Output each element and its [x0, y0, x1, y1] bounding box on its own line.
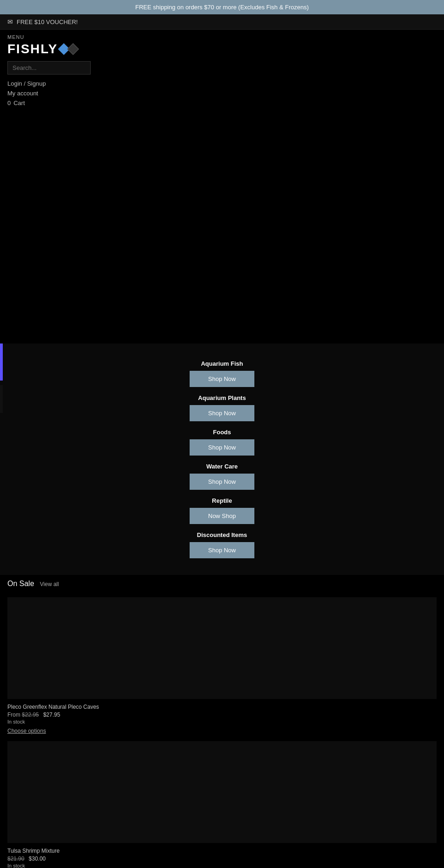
product-name-1: Pleco Greenflex Natural Pleco Caves — [7, 704, 437, 710]
voucher-bar: ✉ FREE $10 VOUCHER! — [0, 14, 444, 30]
cart-link[interactable]: Cart — [13, 99, 25, 107]
side-dark-bar — [0, 385, 3, 413]
mail-icon: ✉ — [7, 18, 13, 25]
product-stock-1: In stock — [7, 719, 437, 724]
product-pricing-1: From $22.95 $27.95 — [7, 712, 437, 718]
product-price-original-2: $21.90 — [7, 856, 25, 862]
search-input[interactable] — [7, 61, 91, 75]
category-foods-title: Foods — [7, 429, 437, 436]
top-banner-text: FREE shipping on orders $70 or more (Exc… — [136, 4, 309, 11]
product-card-2: Tulsa Shrimp Mixture $21.90 $30.00 In st… — [7, 741, 437, 868]
category-aquarium-fish-title: Aquarium Fish — [7, 360, 437, 367]
product-image-1 — [7, 597, 437, 699]
product-pricing-2: $21.90 $30.00 — [7, 856, 437, 862]
nav-links: Login / Signup My account 0 Cart — [7, 77, 437, 109]
side-accent-bar — [0, 343, 3, 381]
cart-count: 0 — [7, 100, 11, 106]
voucher-text: FREE $10 VOUCHER! — [17, 19, 78, 25]
category-reptile-title: Reptile — [7, 497, 437, 504]
product-image-2 — [7, 741, 437, 843]
product-stock-2: In stock — [7, 863, 437, 868]
logo-diamonds — [60, 45, 77, 53]
category-aquarium-plants-title: Aquarium Plants — [7, 394, 437, 401]
category-aquarium-plants: Aquarium Plants Shop Now — [7, 394, 437, 421]
category-reptile: Reptile Now Shop — [7, 497, 437, 524]
on-sale-section: On Sale View all — [0, 575, 444, 593]
category-water-care-title: Water Care — [7, 463, 437, 470]
product-price-sale-2: $30.00 — [29, 856, 46, 862]
hero-area — [0, 112, 444, 343]
product-card-1: Pleco Greenflex Natural Pleco Caves From… — [7, 597, 437, 737]
login-link[interactable]: Login / Signup — [7, 79, 437, 88]
nav-menu-area: Aquarium Fish Shop Now Aquarium Plants S… — [0, 343, 444, 575]
on-sale-title: On Sale — [7, 580, 34, 587]
menu-label[interactable]: Menu — [7, 34, 437, 40]
product-info-2: Tulsa Shrimp Mixture $21.90 $30.00 In st… — [7, 846, 437, 868]
diamond-dark-icon — [67, 43, 79, 55]
shop-now-aquarium-fish-button[interactable]: Shop Now — [190, 371, 254, 387]
shop-now-aquarium-plants-button[interactable]: Shop Now — [190, 405, 254, 421]
my-account-link[interactable]: My account — [7, 89, 437, 98]
category-aquarium-fish: Aquarium Fish Shop Now — [7, 360, 437, 387]
choose-options-button-1[interactable]: Choose options — [7, 728, 46, 734]
logo: FISHLY — [7, 42, 437, 56]
product-info-1: Pleco Greenflex Natural Pleco Caves From… — [7, 702, 437, 737]
category-discounted-items: Discounted Items Shop Now — [7, 531, 437, 558]
category-foods: Foods Shop Now — [7, 429, 437, 456]
cart-row: 0 Cart — [7, 99, 437, 107]
top-banner: FREE shipping on orders $70 or more (Exc… — [0, 0, 444, 14]
shop-now-foods-button[interactable]: Shop Now — [190, 439, 254, 456]
shop-now-water-care-button[interactable]: Shop Now — [190, 474, 254, 490]
products-area: Pleco Greenflex Natural Pleco Caves From… — [0, 597, 444, 868]
shop-now-discounted-items-button[interactable]: Shop Now — [190, 542, 254, 558]
product-price-original-1: $22.95 — [22, 712, 39, 718]
category-water-care: Water Care Shop Now — [7, 463, 437, 490]
product-price-prefix-1: From — [7, 712, 20, 718]
category-discounted-items-title: Discounted Items — [7, 531, 437, 538]
product-name-2: Tulsa Shrimp Mixture — [7, 848, 437, 854]
product-price-sale-1: $27.95 — [43, 712, 60, 718]
view-all-link[interactable]: View all — [40, 581, 59, 587]
header: Menu FISHLY Login / Signup My account 0 … — [0, 30, 444, 112]
now-shop-reptile-button[interactable]: Now Shop — [190, 508, 254, 524]
logo-text: FISHLY — [7, 42, 58, 56]
